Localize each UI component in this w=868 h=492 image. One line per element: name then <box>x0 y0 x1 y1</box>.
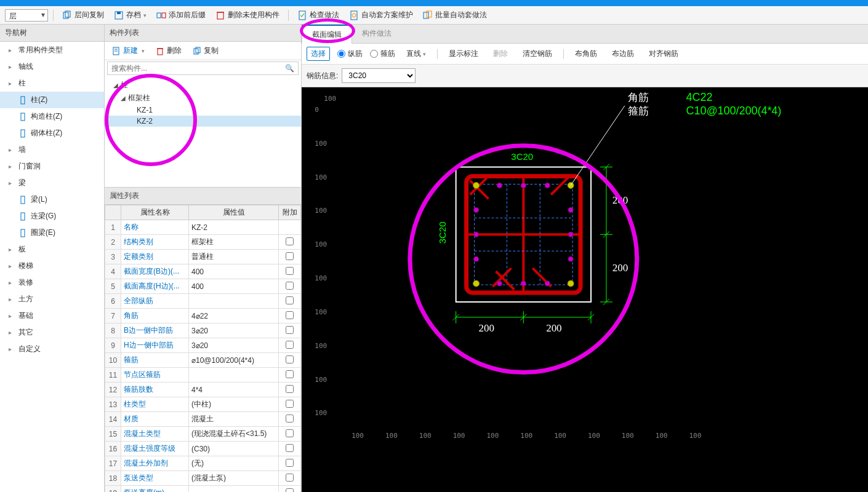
select-button[interactable]: 选择 <box>307 47 330 61</box>
prop-row[interactable]: 6全部纵筋 <box>105 294 301 309</box>
auto-icon <box>349 10 359 20</box>
attach-checkbox[interactable] <box>286 237 294 245</box>
section-editor-panel: 截面编辑 构件做法 选择 纵筋 箍筋 直线 ▾ 显示标注 删除 清空钢筋 布角筋… <box>302 25 868 492</box>
prop-row[interactable]: 1名称KZ-2 <box>105 220 301 235</box>
tb-archive[interactable]: 存档▾ <box>110 9 150 22</box>
prop-row[interactable]: 17混凝土外加剂(无) <box>105 456 301 471</box>
attach-checkbox[interactable] <box>286 474 294 482</box>
search-input[interactable] <box>108 62 281 74</box>
attach-checkbox[interactable] <box>286 341 294 349</box>
layer-combo[interactable]: 层 <box>5 9 48 22</box>
tb-copy-between-floors[interactable]: 层间复制 <box>58 9 108 22</box>
prop-row[interactable]: 14材质混凝土 <box>105 412 301 427</box>
arrange-side-button[interactable]: 布边筋 <box>608 47 638 60</box>
nav-item[interactable]: 砌体柱(Z) <box>0 125 104 141</box>
attach-checkbox[interactable] <box>286 429 294 437</box>
prop-row[interactable]: 10箍筋⌀10@100/200(4*4) <box>105 353 301 368</box>
attach-checkbox[interactable] <box>286 400 294 408</box>
nav-item[interactable]: 圈梁(E) <box>0 224 104 241</box>
nav-item[interactable]: ▸板 <box>0 241 104 258</box>
nav-item[interactable]: ▸基础 <box>0 308 104 324</box>
svg-text:0: 0 <box>315 106 319 114</box>
align-rebar-button[interactable]: 对齐钢筋 <box>645 47 682 60</box>
nav-item[interactable]: 构造柱(Z) <box>0 108 104 125</box>
section-canvas[interactable]: 100 0 100 100 100 100 100 100 100 100 10… <box>302 87 868 492</box>
clear-rebar-button[interactable]: 清空钢筋 <box>519 47 556 60</box>
attach-checkbox[interactable] <box>286 444 294 452</box>
nav-item[interactable]: ▸装修 <box>0 274 104 291</box>
nav-item[interactable]: ▸梁 <box>0 175 104 191</box>
attach-checkbox[interactable] <box>286 282 294 290</box>
copy-component-button[interactable]: 复制 <box>190 44 221 57</box>
attach-checkbox[interactable] <box>286 296 294 304</box>
prop-row[interactable]: 18泵送类型(混凝土泵) <box>105 471 301 486</box>
prop-row[interactable]: 19泵送高度(m) <box>105 486 301 493</box>
attach-checkbox[interactable] <box>286 252 294 260</box>
attach-checkbox[interactable] <box>286 488 294 493</box>
radio-longitudinal[interactable]: 纵筋 <box>337 49 363 59</box>
prop-row[interactable]: 2结构类别框架柱 <box>105 235 301 250</box>
tb-auto-maintain[interactable]: 自动套方案维护 <box>345 9 417 22</box>
svg-rect-13 <box>21 97 25 104</box>
tree-item-kz1[interactable]: KZ-1 <box>105 105 301 116</box>
search-icon[interactable]: 🔍 <box>281 62 298 74</box>
attach-checkbox[interactable] <box>286 355 294 363</box>
properties-table[interactable]: 属性名称 属性值 附加 1名称KZ-22结构类别框架柱3定额类别普通柱4截面宽度… <box>105 205 301 492</box>
nav-item[interactable]: ▸自定义 <box>0 341 104 357</box>
attach-checkbox[interactable] <box>286 459 294 467</box>
prop-row[interactable]: 7角筋4⌀22 <box>105 309 301 323</box>
svg-text:200: 200 <box>613 262 628 274</box>
line-button[interactable]: 直线 ▾ <box>403 47 430 60</box>
attach-checkbox[interactable] <box>286 311 294 319</box>
attach-checkbox[interactable] <box>286 267 294 275</box>
tree-root[interactable]: ◢柱 <box>105 79 301 92</box>
nav-item[interactable]: ▸常用构件类型 <box>0 42 104 58</box>
delete-component-button[interactable]: 删除 <box>153 44 184 57</box>
tab-method[interactable]: 构件做法 <box>352 25 401 43</box>
nav-item[interactable]: ▸门窗洞 <box>0 158 104 175</box>
prop-row[interactable]: 11节点区箍筋 <box>105 368 301 383</box>
component-tree[interactable]: ◢柱 ◢框架柱 KZ-1 KZ-2 <box>105 76 301 187</box>
svg-point-56 <box>545 281 550 286</box>
nav-item[interactable]: ▸其它 <box>0 324 104 341</box>
tb-batch-auto[interactable]: 批量自动套做法 <box>419 9 491 22</box>
nav-item[interactable]: 梁(L) <box>0 191 104 208</box>
tab-section-edit[interactable]: 截面编辑 <box>302 25 352 44</box>
prop-row[interactable]: 12箍筋肢数4*4 <box>105 383 301 397</box>
nav-item[interactable]: 连梁(G) <box>0 208 104 224</box>
attach-checkbox[interactable] <box>286 415 294 423</box>
attach-checkbox[interactable] <box>286 370 294 378</box>
nav-item[interactable]: ▸轴线 <box>0 58 104 75</box>
corner-rebar-value: 4C22 <box>686 91 713 103</box>
prop-row[interactable]: 5截面高度(H边)(...400 <box>105 279 301 294</box>
nav-item[interactable]: ▸墙 <box>0 141 104 158</box>
rebar-info-select[interactable]: 3C20 <box>342 68 416 83</box>
new-component-button[interactable]: 新建▾ <box>110 44 147 57</box>
svg-text:100: 100 <box>315 308 327 316</box>
prop-row[interactable]: 15混凝土类型(现浇混凝土碎石<31.5) <box>105 427 301 442</box>
nav-item[interactable]: ▸柱 <box>0 75 104 92</box>
attach-checkbox[interactable] <box>286 326 294 334</box>
tb-add-prefix-suffix[interactable]: 添加前后缀 <box>153 9 209 22</box>
prop-row[interactable]: 8B边一侧中部筋3⌀20 <box>105 323 301 338</box>
attach-checkbox[interactable] <box>286 385 294 393</box>
rebar-info-row: 钢筋信息: 3C20 <box>302 65 868 87</box>
nav-item[interactable]: 柱(Z) <box>0 92 104 108</box>
show-annotation-button[interactable]: 显示标注 <box>445 47 482 60</box>
delete-button[interactable]: 删除 <box>489 47 512 60</box>
nav-item[interactable]: ▸楼梯 <box>0 258 104 274</box>
tree-item-kz2[interactable]: KZ-2 <box>105 116 301 127</box>
prop-row[interactable]: 13柱类型(中柱) <box>105 397 301 412</box>
tb-check-method[interactable]: 检查做法 <box>294 9 343 22</box>
copy-icon <box>62 10 72 20</box>
arrange-corner-button[interactable]: 布角筋 <box>571 47 601 60</box>
prop-row[interactable]: 16混凝土强度等级(C30) <box>105 442 301 456</box>
tree-group[interactable]: ◢框架柱 <box>105 92 301 105</box>
prop-row[interactable]: 3定额类别普通柱 <box>105 250 301 264</box>
prop-row[interactable]: 4截面宽度(B边)(...400 <box>105 264 301 279</box>
radio-hoop[interactable]: 箍筋 <box>370 49 395 59</box>
prop-row[interactable]: 9H边一侧中部筋3⌀20 <box>105 338 301 353</box>
nav-tree[interactable]: ▸常用构件类型▸轴线▸柱柱(Z)构造柱(Z)砌体柱(Z)▸墙▸门窗洞▸梁梁(L)… <box>0 42 104 492</box>
nav-item[interactable]: ▸土方 <box>0 291 104 308</box>
tb-delete-unused[interactable]: 删除未使用构件 <box>212 9 283 22</box>
